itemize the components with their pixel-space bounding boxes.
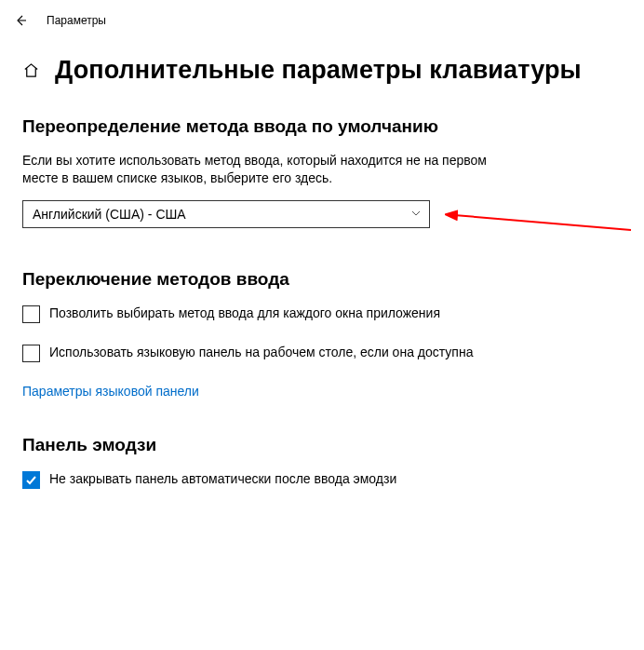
back-button[interactable]	[0, 13, 41, 28]
dropdown-selected-value: Английский (США) - США	[33, 207, 186, 222]
arrow-left-icon	[13, 13, 28, 28]
default-input-method-dropdown[interactable]: Английский (США) - США	[22, 200, 430, 228]
lang-bar-settings-link[interactable]: Параметры языковой панели	[22, 384, 199, 399]
emoji-heading: Панель эмодзи	[22, 435, 622, 455]
page-title: Дополнительные параметры клавиатуры	[55, 56, 582, 85]
per-window-label[interactable]: Позволить выбирать метод ввода для каждо…	[49, 305, 440, 322]
switching-heading: Переключение методов ввода	[22, 269, 622, 290]
home-icon	[22, 61, 40, 79]
override-description: Если вы хотите использовать метод ввода,…	[22, 152, 506, 187]
home-button[interactable]	[22, 61, 40, 79]
override-heading: Переопределение метода ввода по умолчани…	[22, 116, 622, 137]
emoji-no-close-checkbox[interactable]	[22, 471, 40, 489]
lang-bar-checkbox[interactable]	[22, 345, 40, 362]
window-title: Параметры	[47, 14, 106, 27]
lang-bar-label[interactable]: Использовать языковую панель на рабочем …	[49, 344, 473, 361]
emoji-no-close-label[interactable]: Не закрывать панель автоматически после …	[49, 470, 396, 488]
per-window-checkbox[interactable]	[22, 305, 40, 323]
chevron-down-icon	[410, 208, 422, 221]
